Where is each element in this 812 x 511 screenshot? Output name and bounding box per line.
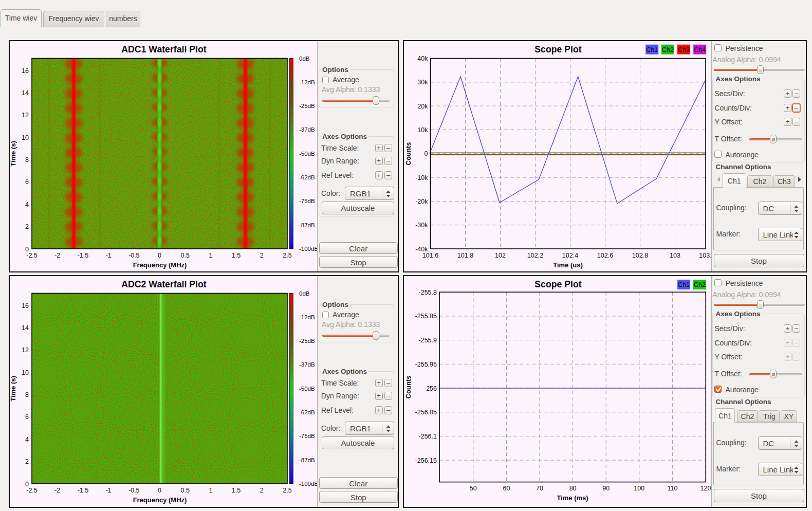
svg-text:102.2: 102.2 [527, 252, 543, 259]
svg-text:103: 103 [670, 252, 680, 259]
svg-text:40k: 40k [417, 55, 428, 62]
svg-text:-256.15: -256.15 [415, 457, 437, 464]
svg-text:90: 90 [602, 485, 610, 492]
svg-text:1: 1 [209, 252, 212, 259]
svg-text:101.6: 101.6 [422, 252, 438, 259]
svg-text:-50dB: -50dB [299, 386, 315, 392]
svg-text:-100dB: -100dB [299, 481, 318, 487]
svg-text:10: 10 [22, 134, 29, 141]
svg-text:50: 50 [470, 485, 477, 492]
svg-text:8: 8 [25, 391, 29, 398]
svg-text:-1: -1 [106, 487, 112, 494]
svg-text:80: 80 [569, 485, 577, 492]
svg-text:Frequency (MHz): Frequency (MHz) [133, 261, 187, 269]
svg-text:6: 6 [25, 178, 29, 186]
svg-text:-37dB: -37dB [299, 361, 315, 368]
svg-text:Ch2: Ch2 [662, 46, 674, 53]
svg-text:-75dB: -75dB [299, 433, 315, 439]
svg-text:Ch3: Ch3 [678, 46, 690, 53]
svg-text:1.5: 1.5 [232, 252, 241, 259]
svg-text:-50dB: -50dB [299, 151, 315, 157]
svg-text:8: 8 [25, 156, 29, 163]
svg-text:-255.95: -255.95 [415, 361, 437, 368]
svg-text:4: 4 [25, 201, 29, 208]
svg-text:-2.5: -2.5 [26, 252, 38, 259]
svg-text:-20k: -20k [415, 198, 428, 205]
svg-text:70: 70 [536, 485, 543, 492]
svg-text:-2: -2 [54, 252, 60, 259]
svg-text:Time (s): Time (s) [10, 376, 17, 402]
svg-text:-87dB: -87dB [299, 222, 315, 228]
svg-text:100: 100 [634, 485, 644, 492]
svg-text:-255.8: -255.8 [419, 289, 437, 296]
svg-text:110: 110 [667, 485, 677, 492]
svg-text:14: 14 [22, 89, 29, 97]
svg-text:20k: 20k [417, 103, 428, 110]
svg-text:-62dB: -62dB [299, 174, 315, 180]
svg-text:Time (us): Time (us) [553, 261, 583, 269]
svg-text:Counts: Counts [404, 142, 412, 166]
svg-text:-0.5: -0.5 [128, 252, 140, 259]
svg-text:1: 1 [209, 487, 212, 494]
svg-text:-100dB: -100dB [299, 246, 318, 252]
svg-text:-255.9: -255.9 [419, 337, 437, 344]
svg-text:14: 14 [22, 324, 29, 332]
svg-text:1.5: 1.5 [232, 487, 241, 494]
svg-text:-2.5: -2.5 [26, 487, 38, 494]
svg-text:-37dB: -37dB [299, 126, 315, 133]
svg-text:0.5: 0.5 [181, 487, 190, 494]
svg-text:0dB: 0dB [299, 290, 310, 297]
svg-text:-256: -256 [424, 385, 437, 392]
svg-text:Frequency (MHz): Frequency (MHz) [133, 496, 187, 504]
svg-text:12: 12 [22, 112, 29, 119]
svg-text:102.8: 102.8 [632, 252, 648, 259]
svg-text:2: 2 [260, 252, 264, 259]
svg-text:-87dB: -87dB [299, 457, 315, 463]
svg-text:2: 2 [25, 223, 29, 230]
svg-text:Ch1: Ch1 [646, 46, 658, 53]
svg-text:-25dB: -25dB [299, 338, 315, 344]
svg-text:-30k: -30k [415, 222, 428, 229]
svg-text:2: 2 [25, 458, 29, 465]
svg-text:0: 0 [158, 252, 161, 259]
svg-text:120: 120 [700, 485, 711, 492]
svg-text:0.5: 0.5 [181, 252, 190, 259]
svg-text:30k: 30k [417, 79, 428, 86]
svg-text:Time (s): Time (s) [10, 141, 17, 167]
svg-text:Counts: Counts [404, 376, 412, 399]
svg-text:10k: 10k [417, 126, 428, 134]
svg-text:-75dB: -75dB [299, 198, 315, 204]
svg-text:60: 60 [503, 485, 510, 492]
svg-text:Ch4: Ch4 [694, 46, 706, 53]
svg-text:Scope Plot: Scope Plot [534, 279, 582, 289]
svg-text:-25dB: -25dB [299, 103, 315, 109]
svg-text:4: 4 [25, 436, 29, 443]
svg-text:10: 10 [22, 369, 29, 376]
svg-text:ADC2 Waterfall Plot: ADC2 Waterfall Plot [121, 279, 207, 289]
svg-text:0dB: 0dB [299, 56, 310, 62]
svg-text:6: 6 [25, 413, 29, 421]
svg-text:16: 16 [22, 67, 29, 75]
svg-text:-0.5: -0.5 [128, 487, 140, 494]
svg-text:-12dB: -12dB [299, 314, 315, 320]
svg-text:2.5: 2.5 [283, 252, 291, 259]
svg-text:-12dB: -12dB [299, 79, 315, 85]
svg-text:-1: -1 [106, 252, 112, 259]
svg-text:0: 0 [158, 487, 161, 494]
svg-text:102.4: 102.4 [562, 252, 578, 259]
svg-text:-256.1: -256.1 [419, 433, 437, 440]
svg-text:-62dB: -62dB [299, 409, 315, 415]
svg-text:103.2: 103.2 [699, 252, 712, 259]
svg-text:ADC1 Waterfall Plot: ADC1 Waterfall Plot [121, 44, 207, 54]
svg-text:-255.85: -255.85 [415, 313, 437, 320]
svg-text:Ch2: Ch2 [694, 281, 706, 288]
svg-text:12: 12 [22, 346, 29, 354]
svg-text:2: 2 [260, 487, 264, 494]
svg-text:Ch1: Ch1 [678, 281, 690, 288]
svg-text:16: 16 [22, 302, 29, 309]
svg-text:Scope Plot: Scope Plot [534, 44, 582, 54]
svg-text:-1.5: -1.5 [78, 252, 89, 259]
svg-text:2.5: 2.5 [283, 487, 291, 494]
svg-text:-2: -2 [54, 487, 60, 494]
svg-text:102: 102 [495, 252, 506, 259]
